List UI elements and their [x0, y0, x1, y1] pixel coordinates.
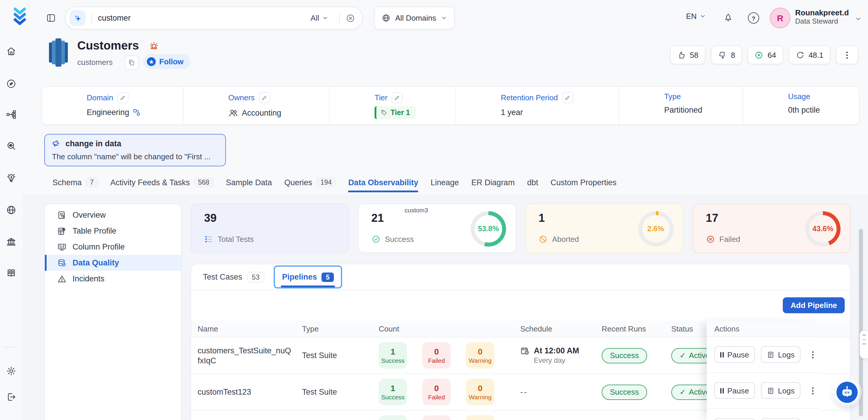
nav-domains-icon[interactable]	[6, 205, 17, 215]
document-search-icon	[57, 210, 67, 220]
tab-data-observability[interactable]: Data Observability	[348, 172, 418, 192]
nav-glossary-icon[interactable]	[6, 268, 17, 278]
edit-domain-button[interactable]	[117, 92, 129, 103]
entity-more-menu-button[interactable]: ⋮	[836, 46, 858, 64]
sidebar-toggle-icon[interactable]	[46, 13, 56, 23]
chatbot-widget[interactable]	[835, 380, 860, 404]
tab-lineage[interactable]: Lineage	[431, 172, 459, 192]
edit-retention-button[interactable]	[562, 92, 574, 103]
warning-triangle-icon	[57, 274, 67, 283]
row-kebab-icon[interactable]: ⋮	[809, 386, 817, 395]
logs-button[interactable]: Logs	[761, 418, 801, 420]
tab-custom-properties[interactable]: Custom Properties	[551, 172, 617, 192]
owners-value[interactable]: Accounting	[242, 109, 281, 117]
sidebar-item-data-quality[interactable]: Data Quality	[45, 255, 181, 271]
column-profile-icon	[57, 242, 67, 251]
downvote-button[interactable]: 8	[711, 46, 742, 64]
pause-button[interactable]: Pause	[714, 382, 755, 399]
entity-stats: 58 8 64 48.1 ⋮	[670, 46, 858, 64]
pause-button[interactable]: Pause	[714, 418, 755, 420]
tab-er-diagram[interactable]: ER Diagram	[471, 172, 515, 192]
upvote-button[interactable]: 58	[670, 46, 706, 64]
tab-queries[interactable]: Queries194	[284, 172, 336, 192]
announcement-alarm-icon	[149, 40, 159, 51]
user-avatar[interactable]: R	[770, 8, 790, 28]
actions-sticky-column: Actions Pause Logs ⋮ Pause Logs ⋮ Pause …	[707, 321, 820, 420]
edit-tier-button[interactable]	[392, 92, 403, 103]
tab-count-badge: 194	[316, 178, 336, 187]
sidebar-item-incidents[interactable]: Incidents	[45, 271, 181, 287]
total-tests-value: 39	[204, 212, 216, 225]
nav-rail	[0, 35, 23, 420]
help-icon[interactable]: ?	[748, 12, 759, 24]
views-button[interactable]: 64	[747, 46, 783, 64]
nav-home-icon[interactable]	[6, 46, 17, 57]
tab-count-badge: 7	[86, 178, 98, 187]
edit-owners-button[interactable]	[259, 92, 270, 103]
domains-filter-button[interactable]: All Domains	[374, 6, 455, 30]
clear-search-icon[interactable]	[346, 13, 355, 23]
row-kebab-icon[interactable]: ⋮	[809, 350, 817, 359]
tab-count-badge: 568	[194, 178, 213, 187]
circle-dot-icon	[754, 51, 763, 59]
copy-name-button[interactable]	[124, 55, 138, 69]
user-menu[interactable]: Rounakpreet.d Data Steward	[795, 8, 849, 26]
nav-explore-icon[interactable]	[6, 79, 17, 89]
nav-lineage-icon[interactable]	[6, 109, 17, 120]
ai-sparkle-icon[interactable]	[70, 10, 86, 26]
recent-run-badge[interactable]: Success	[602, 384, 647, 400]
sidebar-item-overview[interactable]: Overview	[45, 207, 181, 223]
scrollbar-thumb[interactable]	[859, 229, 863, 417]
search-scope-dropdown[interactable]: All	[311, 13, 329, 22]
type-value: Partitioned	[664, 106, 702, 115]
domain-value[interactable]: Engineering	[87, 108, 129, 117]
pipeline-type: Test Suite	[302, 351, 379, 360]
pause-button[interactable]: Pause	[714, 346, 755, 363]
logs-icon	[767, 387, 775, 394]
test-cases-count-badge: 53	[247, 272, 265, 282]
tab-pipelines[interactable]: Pipelines 5	[274, 266, 342, 289]
pause-icon	[720, 388, 724, 393]
pipeline-name[interactable]: customTest123	[197, 387, 302, 397]
check-icon: ✓	[680, 388, 686, 396]
announcement-banner[interactable]: change in data The column "name" will be…	[44, 134, 226, 167]
pipeline-name[interactable]: customers_TestSuite_nuQfxIqC	[197, 346, 302, 365]
redshift-table-icon	[49, 38, 68, 67]
tab-activity-feeds[interactable]: Activity Feeds & Tasks568	[110, 172, 214, 192]
nav-logout-icon[interactable]	[6, 392, 17, 402]
add-pipeline-button[interactable]: Add Pipeline	[783, 297, 845, 313]
domain-label: Domain	[87, 93, 113, 102]
col-actions: Actions	[707, 321, 820, 337]
entity-name: customers	[77, 58, 113, 67]
nav-govern-icon[interactable]	[6, 237, 17, 247]
tab-test-cases[interactable]: Test Cases 53	[203, 272, 264, 282]
sidebar-item-column-profile[interactable]: Column Profile	[45, 239, 181, 255]
recent-run-badge[interactable]: Success	[602, 348, 647, 363]
refresh-score-button[interactable]: 48.1	[788, 46, 831, 64]
logs-button[interactable]: Logs	[761, 346, 801, 363]
star-icon: ★	[147, 57, 156, 66]
follow-button[interactable]: ★ Follow	[143, 54, 190, 69]
nav-insights-icon[interactable]	[6, 173, 17, 183]
globe-icon	[382, 13, 391, 22]
user-menu-chevron-icon[interactable]	[855, 16, 862, 22]
type-label: Type	[664, 92, 681, 101]
tab-dbt[interactable]: dbt	[527, 172, 538, 192]
collapsed-side-widget[interactable]	[859, 330, 868, 359]
notifications-bell-icon[interactable]	[723, 12, 733, 22]
nav-observability-icon[interactable]	[6, 141, 17, 152]
language-selector[interactable]: EN	[686, 12, 706, 21]
schedule-cell: --	[520, 388, 602, 396]
tab-schema[interactable]: Schema7	[53, 172, 98, 192]
success-percent: 53.8%	[471, 211, 506, 247]
search-input[interactable]: customer	[98, 13, 311, 22]
tier-badge[interactable]: Tier 1	[375, 106, 416, 119]
nav-settings-icon[interactable]	[6, 366, 17, 376]
tab-sample-data[interactable]: Sample Data	[226, 172, 272, 192]
aborted-card: 1 Aborted 2.6%	[525, 204, 683, 253]
logs-button[interactable]: Logs	[761, 382, 801, 399]
openmetadata-logo-icon[interactable]	[12, 6, 27, 25]
megaphone-icon	[52, 139, 61, 148]
global-search-bar[interactable]: customer All	[65, 6, 363, 30]
sidebar-item-table-profile[interactable]: Table Profile	[45, 223, 181, 239]
